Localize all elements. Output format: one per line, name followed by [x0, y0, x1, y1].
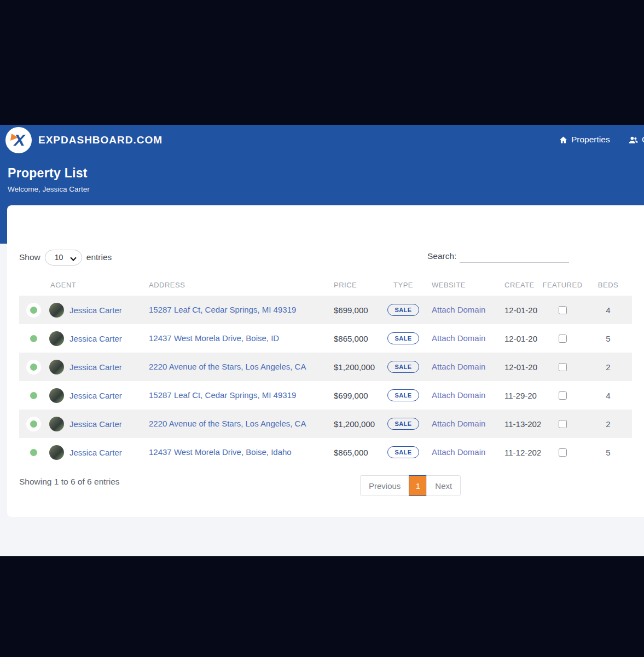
top-navbar: X EXPDASHBOARD.COM Properties C: [0, 125, 644, 157]
address-link[interactable]: 12437 West Morela Drive, Boise, Idaho: [149, 447, 292, 457]
agent-name-link[interactable]: Jessica Carter: [69, 362, 122, 372]
agent-name-link[interactable]: Jessica Carter: [69, 419, 122, 429]
created-date-cell: 11-29-20: [489, 391, 541, 400]
nav-item-label: C: [642, 135, 644, 145]
agent-name-link[interactable]: Jessica Carter: [69, 334, 122, 343]
status-cell: [19, 417, 48, 431]
created-date-cell: 11-12-202: [489, 448, 541, 457]
agent-name-link[interactable]: Jessica Carter: [69, 448, 122, 457]
agent-cell: Jessica Carter: [48, 331, 145, 346]
brand-logo[interactable]: X: [5, 127, 32, 153]
pagination: Previous 1 Next: [360, 475, 461, 496]
agent-cell: Jessica Carter: [48, 360, 145, 374]
type-cell: SALE: [386, 446, 420, 458]
status-dot-ring: [26, 388, 41, 403]
beds-cell: 5: [584, 334, 632, 343]
nav-item-contacts[interactable]: C: [629, 135, 644, 145]
address-link[interactable]: 15287 Leaf Ct, Cedar Springs, MI 49319: [149, 305, 296, 314]
table-body: Jessica Carter 15287 Leaf Ct, Cedar Spri…: [19, 296, 632, 466]
featured-checkbox[interactable]: [559, 420, 567, 428]
address-cell: 2220 Avenue of the Stars, Los Angeles, C…: [145, 362, 330, 372]
table-header-row: AGENT ADDRESS PRICE TYPE WEBSITE CREATE …: [19, 274, 632, 296]
type-cell: SALE: [386, 304, 420, 316]
featured-cell: [541, 448, 584, 457]
agent-avatar: [49, 360, 64, 374]
attach-domain-link[interactable]: Attach Domain: [432, 390, 485, 400]
column-header-agent[interactable]: AGENT: [48, 281, 145, 289]
page-size-select[interactable]: 10: [45, 250, 82, 266]
address-link[interactable]: 15287 Leaf Ct, Cedar Springs, MI 49319: [149, 390, 296, 400]
price-cell: $865,000: [330, 334, 386, 343]
address-cell: 2220 Avenue of the Stars, Los Angeles, C…: [145, 419, 330, 429]
next-page-button[interactable]: Next: [426, 475, 461, 496]
address-cell: 12437 West Morela Drive, Boise, ID: [145, 333, 330, 343]
beds-cell: 4: [584, 391, 632, 400]
agent-avatar: [49, 303, 64, 318]
status-cell: [19, 445, 48, 460]
agent-name-link[interactable]: Jessica Carter: [69, 306, 122, 315]
showing-entries-text: Showing 1 to 6 of 6 entries: [19, 477, 120, 487]
featured-cell: [541, 391, 584, 400]
attach-domain-link[interactable]: Attach Domain: [432, 305, 485, 314]
attach-domain-link[interactable]: Attach Domain: [432, 447, 485, 457]
agent-avatar: [49, 417, 64, 431]
beds-cell: 5: [584, 448, 632, 457]
address-link[interactable]: 2220 Avenue of the Stars, Los Angeles, C…: [149, 419, 306, 428]
column-header-price[interactable]: PRICE: [330, 281, 386, 289]
home-icon: [559, 136, 567, 144]
featured-checkbox[interactable]: [559, 363, 567, 371]
column-header-beds[interactable]: BEDS: [584, 281, 632, 289]
website-cell: Attach Domain: [420, 362, 489, 372]
logo-x-icon: X: [5, 127, 32, 153]
created-date-cell: 12-01-20: [489, 362, 541, 372]
address-link[interactable]: 12437 West Morela Drive, Boise, ID: [149, 333, 279, 343]
agent-avatar: [49, 445, 64, 460]
page: X EXPDASHBOARD.COM Properties C Property…: [0, 0, 644, 657]
featured-checkbox[interactable]: [559, 448, 567, 457]
featured-cell: [541, 420, 584, 428]
featured-checkbox[interactable]: [559, 391, 567, 400]
active-status-icon: [30, 392, 37, 399]
people-icon: [629, 136, 638, 144]
created-date-cell: 12-01-20: [489, 306, 541, 315]
price-cell: $1,200,000: [330, 419, 386, 429]
agent-name-link[interactable]: Jessica Carter: [69, 391, 122, 400]
previous-page-button[interactable]: Previous: [360, 475, 409, 496]
featured-cell: [541, 306, 584, 314]
entries-label: entries: [86, 252, 112, 262]
table-row: Jessica Carter 12437 West Morela Drive, …: [19, 438, 632, 466]
featured-checkbox[interactable]: [559, 335, 567, 343]
featured-checkbox[interactable]: [559, 306, 567, 314]
agent-avatar: [49, 388, 64, 403]
featured-cell: [541, 335, 584, 343]
page-title: Property List: [8, 166, 88, 181]
active-status-icon: [30, 307, 37, 314]
address-cell: 15287 Leaf Ct, Cedar Springs, MI 49319: [145, 390, 330, 400]
address-cell: 15287 Leaf Ct, Cedar Springs, MI 49319: [145, 305, 330, 315]
column-header-type[interactable]: TYPE: [386, 281, 420, 289]
current-page-button[interactable]: 1: [409, 475, 427, 496]
website-cell: Attach Domain: [420, 333, 489, 343]
column-header-featured[interactable]: FEATURED: [541, 281, 584, 289]
type-cell: SALE: [386, 418, 420, 430]
status-cell: [19, 331, 48, 346]
sale-badge: SALE: [387, 418, 420, 430]
attach-domain-link[interactable]: Attach Domain: [432, 419, 485, 428]
column-header-address[interactable]: ADDRESS: [145, 281, 330, 289]
column-header-create[interactable]: CREATE: [489, 281, 541, 289]
attach-domain-link[interactable]: Attach Domain: [432, 333, 485, 343]
attach-domain-link[interactable]: Attach Domain: [432, 362, 485, 371]
status-cell: [19, 388, 48, 403]
nav-item-properties[interactable]: Properties: [559, 135, 610, 145]
search-input[interactable]: [460, 250, 569, 263]
active-status-icon: [30, 420, 37, 428]
property-list-card: Show 10 entries Search: AGENT ADDRESS PR…: [7, 205, 644, 517]
status-dot-ring: [26, 360, 41, 374]
column-header-website[interactable]: WEBSITE: [420, 281, 489, 289]
page-size-select-wrap: 10: [45, 250, 82, 266]
website-cell: Attach Domain: [420, 419, 489, 429]
address-link[interactable]: 2220 Avenue of the Stars, Los Angeles, C…: [149, 362, 306, 371]
created-date-cell: 11-13-202: [489, 419, 541, 429]
agent-avatar: [49, 331, 64, 346]
active-status-icon: [30, 335, 37, 342]
